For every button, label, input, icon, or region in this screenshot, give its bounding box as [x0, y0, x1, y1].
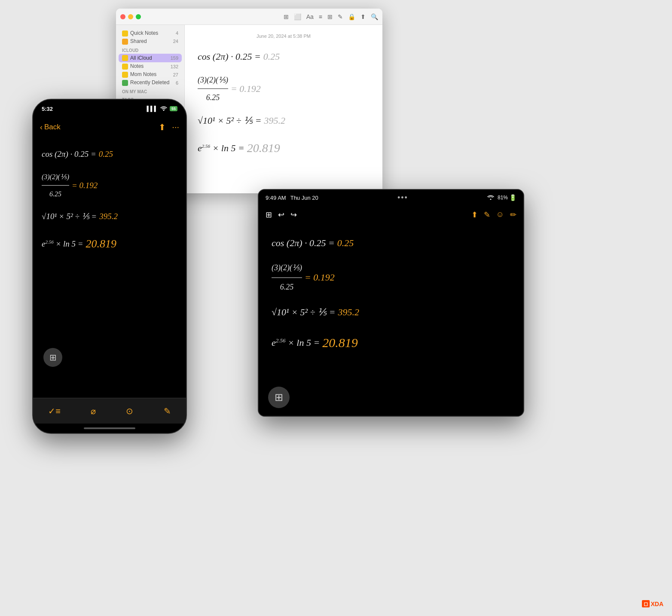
ipad-dots: ••• [397, 193, 408, 202]
iphone-navbar[interactable]: ‹ Back ⬆ ··· [33, 118, 186, 137]
ipad-toolbar-left: ⊞ ↩ ↪ [266, 210, 297, 220]
ipad-calc-icon: ⊞ [275, 391, 283, 403]
iphone-status-right: ▌▌▌ 55 [147, 106, 177, 112]
ipad-emoji-icon[interactable]: ☺ [496, 210, 504, 220]
ipad-screen: 9:49 AM Thu Jun 20 ••• 81% 🔋 ⊞ ↩ ↪ [259, 190, 523, 416]
location-button[interactable]: ⊙ [126, 406, 133, 416]
note-timestamp: June 20, 2024 at 5:38 PM [198, 34, 370, 39]
on-my-mac-label: On My Mac [116, 87, 184, 95]
iphone-screen: 5:32 ▌▌▌ 55 ‹ Back ⬆ ··· [33, 100, 186, 433]
iphone-device: 5:32 ▌▌▌ 55 ‹ Back ⬆ ··· [32, 99, 187, 434]
ipad-math-line3: √10¹ × 5² ÷ ⅕ = 395.2 [272, 302, 510, 323]
toolbar-icon-5[interactable]: ⊞ [327, 13, 333, 20]
sidebar-item-recently-deleted[interactable]: Recently Deleted 6 [116, 79, 184, 87]
ipad-time: 9:49 AM [266, 195, 286, 201]
svg-point-0 [163, 110, 164, 111]
icloud-section-label: iCloud [116, 46, 184, 54]
ipad-status-left: 9:49 AM Thu Jun 20 [266, 195, 318, 201]
nav-actions: ⬆ ··· [159, 122, 179, 132]
ipad-compose-icon[interactable]: ✏ [510, 210, 516, 220]
mac-math-line1: cos (2π) · 0.25 = 0.25 [198, 47, 370, 66]
ipad-battery: 81% 🔋 [498, 194, 516, 201]
sidebar-item-notes[interactable]: Notes 132 [116, 62, 184, 70]
ipad-device: 9:49 AM Thu Jun 20 ••• 81% 🔋 ⊞ ↩ ↪ [258, 189, 524, 417]
ipad-math-line2: (3)(2)(⅕) 6.25 = 0.192 [272, 259, 510, 296]
sidebar-item-shared[interactable]: Shared 24 [116, 37, 184, 46]
checklist-button[interactable]: ✓≡ [48, 406, 61, 416]
iphone-math-line2: (3)(2)(⅕) 6.25 = 0.192 [42, 169, 177, 201]
ipad-math-line1: cos (2π) · 0.25 = 0.25 [272, 233, 510, 253]
calculator-button[interactable]: ⊞ [43, 348, 62, 367]
toolbar-icon-2[interactable]: ⬜ [294, 13, 301, 20]
toolbar-icon-3[interactable]: Aa [306, 13, 314, 20]
compose-icon: ✎ [164, 406, 171, 416]
xda-logo: ◻ XDA [642, 600, 663, 607]
back-button[interactable]: ‹ Back [40, 123, 61, 132]
iphone-statusbar: 5:32 ▌▌▌ 55 [33, 100, 186, 118]
undo-icon[interactable]: ↩ [278, 210, 284, 220]
share-icon[interactable]: ⬆ [159, 122, 166, 132]
iphone-note-content: cos (2π) · 0.25 = 0.25 (3)(2)(⅕) 6.25 = … [33, 137, 186, 398]
ipad-math-line4: e2.56 × ln 5 = 20.819 [272, 329, 510, 357]
toolbar-icon-4[interactable]: ≡ [319, 13, 322, 20]
more-icon[interactable]: ··· [172, 122, 179, 132]
xda-text: XDA [651, 601, 663, 607]
iphone-time: 5:32 [42, 106, 53, 112]
mac-note-content: June 20, 2024 at 5:38 PM cos (2π) · 0.25… [185, 25, 382, 193]
iphone-math-line4: e2.56 × ln 5 = 20.819 [42, 232, 177, 256]
toolbar-icon-7[interactable]: 🔒 [348, 13, 355, 20]
mac-math-line2: (3)(2)(⅕) 6.25 = 0.192 [198, 72, 370, 105]
signal-icon: ▌▌▌ [147, 106, 158, 112]
ipad-marker-icon[interactable]: ✎ [484, 210, 490, 220]
calc-icon: ⊞ [49, 352, 57, 363]
toolbar-icons: ⊞ ⬜ Aa ≡ ⊞ ✎ 🔒 ⬆ 🔍 [284, 13, 378, 20]
ipad-toolbar-right: ⬆ ✎ ☺ ✏ [471, 210, 516, 220]
compose-button[interactable]: ✎ [164, 406, 171, 416]
attachment-button[interactable]: ⌀ [91, 406, 96, 416]
ipad-note-content: cos (2π) · 0.25 = 0.25 (3)(2)(⅕) 6.25 = … [259, 224, 523, 416]
ipad-statusbar: 9:49 AM Thu Jun 20 ••• 81% 🔋 [259, 190, 523, 205]
close-button[interactable] [120, 14, 125, 19]
home-indicator [33, 424, 186, 433]
zoom-button[interactable] [136, 14, 141, 19]
panels-icon[interactable]: ⊞ [266, 210, 272, 220]
battery-icon: 🔋 [509, 194, 516, 201]
toolbar-icon-1[interactable]: ⊞ [284, 13, 289, 20]
ipad-calculator-button[interactable]: ⊞ [268, 387, 290, 408]
toolbar-icon-8[interactable]: ⬆ [360, 13, 366, 20]
ipad-date: Thu Jun 20 [290, 195, 318, 201]
paperclip-icon: ⌀ [91, 406, 96, 416]
iphone-math-line3: √10¹ × 5² ÷ ⅕ = 395.2 [42, 207, 177, 226]
xda-icon: ◻ [644, 601, 648, 607]
iphone-math-line1: cos (2π) · 0.25 = 0.25 [42, 145, 177, 163]
mac-math-line4: e2.56 × ln 5 = 20.819 [198, 136, 370, 160]
compass-icon: ⊙ [126, 406, 133, 416]
sidebar-item-mom-notes[interactable]: Mom Notes 27 [116, 70, 184, 79]
sidebar-item-all-icloud[interactable]: All iCloud 159 [119, 54, 182, 63]
ipad-status-right: 81% 🔋 [487, 194, 516, 201]
chevron-left-icon: ‹ [40, 123, 43, 132]
home-bar [84, 427, 135, 429]
xda-box: ◻ [642, 600, 650, 607]
toolbar-icon-9[interactable]: 🔍 [371, 13, 378, 20]
svg-point-1 [490, 198, 491, 200]
checklist-icon: ✓≡ [48, 406, 61, 416]
battery-pct-label: 81% [498, 195, 508, 201]
ipad-topbar[interactable]: ⊞ ↩ ↪ ⬆ ✎ ☺ ✏ [259, 205, 523, 224]
redo-icon[interactable]: ↪ [290, 210, 297, 220]
ipad-share-icon[interactable]: ⬆ [471, 210, 478, 220]
traffic-lights [120, 14, 141, 19]
minimize-button[interactable] [128, 14, 133, 19]
battery-badge: 55 [170, 106, 177, 111]
iphone-toolbar: ✓≡ ⌀ ⊙ ✎ [33, 398, 186, 424]
sidebar-item-quick-notes[interactable]: Quick Notes 4 [116, 29, 184, 37]
ipad-wifi-icon [487, 195, 494, 201]
mac-math-line3: √10¹ × 5² ÷ ⅕ = 395.2 [198, 111, 370, 130]
back-label[interactable]: Back [44, 123, 61, 131]
wifi-icon [160, 106, 167, 112]
toolbar-icon-6[interactable]: ✎ [338, 13, 343, 20]
mac-titlebar: ⊞ ⬜ Aa ≡ ⊞ ✎ 🔒 ⬆ 🔍 [116, 9, 382, 25]
